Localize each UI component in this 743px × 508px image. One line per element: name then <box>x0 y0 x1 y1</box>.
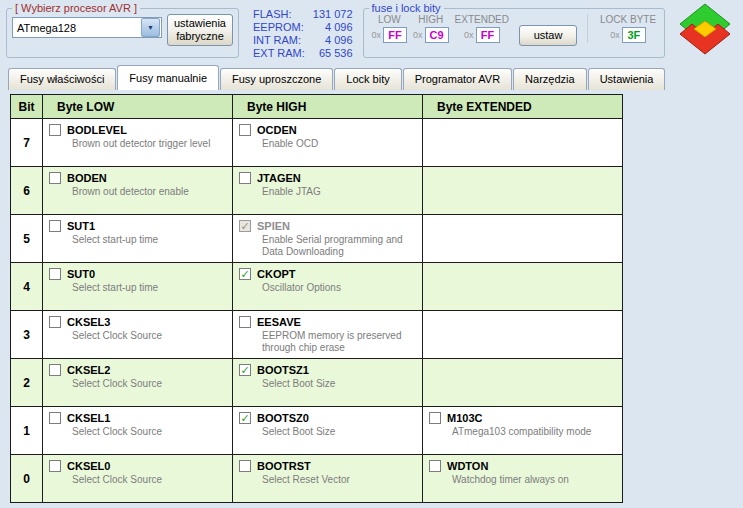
fuse-desc-cksel1: Select Clock Source <box>72 426 226 438</box>
fuse-lock-group-title: fuse i lock bity <box>369 2 444 14</box>
fuse-cell-ckopt: ✓CKOPTOscillator Options <box>233 263 423 311</box>
fuse-desc-boden: Brown out detector enable <box>72 186 226 198</box>
fuse-cell-empty <box>423 263 623 311</box>
fuse-desc-bootsz1: Select Boot Size <box>262 378 416 390</box>
fuse-cell-spien: ✓SPIENEnable Serial programming and Data… <box>233 215 423 263</box>
checkbox-ocden[interactable] <box>239 124 251 136</box>
fuse-cell-bootsz1: ✓BOOTSZ1Select Boot Size <box>233 359 423 407</box>
tab-fusy-manualnie[interactable]: Fusy manualnie <box>117 65 219 90</box>
fuse-label-low: LOW <box>378 14 401 25</box>
tab-fusy-właściwości[interactable]: Fusy właściwości <box>8 68 116 90</box>
toolbar: [ Wybierz procesor AVR ] ATmega128 ▼ ust… <box>0 0 743 62</box>
tab-lock-bity[interactable]: Lock bity <box>334 68 401 90</box>
fuse-table-body: 7BODLEVELBrown out detector trigger leve… <box>11 119 623 503</box>
fuse-name-sut0: SUT0 <box>67 268 95 280</box>
bit-number: 7 <box>11 119 43 167</box>
hex-prefix-low: 0x <box>372 30 382 40</box>
main-content: Bit Byte LOW Byte HIGH Byte EXTENDED 7BO… <box>0 90 743 503</box>
fuse-desc-cksel2: Select Clock Source <box>72 378 226 390</box>
chevron-down-icon[interactable]: ▼ <box>141 18 160 37</box>
fuse-name-cksel1: CKSEL1 <box>67 412 110 424</box>
fuse-row-bit-7: 7BODLEVELBrown out detector trigger leve… <box>11 119 623 167</box>
checkbox-bootsz1[interactable]: ✓ <box>239 364 251 376</box>
processor-combo-value: ATmega128 <box>13 22 140 34</box>
fuse-name-bootrst: BOOTRST <box>257 460 311 472</box>
fuse-cell-bodlevel: BODLEVELBrown out detector trigger level <box>43 119 233 167</box>
factory-settings-button[interactable]: ustawienia fabryczne <box>167 14 233 46</box>
checkbox-cksel0[interactable] <box>49 460 61 472</box>
checkbox-bootrst[interactable] <box>239 460 251 472</box>
fuse-name-eesave: EESAVE <box>257 316 301 328</box>
fuse-row-bit-2: 2CKSEL2Select Clock Source✓BOOTSZ1Select… <box>11 359 623 407</box>
fuse-value-extended[interactable]: FF <box>476 27 500 43</box>
bit-number: 1 <box>11 407 43 455</box>
checkbox-cksel2[interactable] <box>49 364 61 376</box>
header-byte-high: Byte HIGH <box>233 95 423 119</box>
fuse-name-spien: SPIEN <box>257 220 290 232</box>
processor-group: [ Wybierz procesor AVR ] ATmega128 ▼ ust… <box>6 2 239 58</box>
lock-byte-unit: LOCK BYTE 0x 3F <box>587 14 656 43</box>
processor-combo[interactable]: ATmega128 ▼ <box>12 17 162 38</box>
fuse-cell-jtagen: JTAGENEnable JTAG <box>233 167 423 215</box>
checkbox-ckopt[interactable]: ✓ <box>239 268 251 280</box>
fuse-unit-low: LOW0xFF <box>372 14 408 43</box>
fuse-cell-bootsz0: ✓BOOTSZ0Select Boot Size <box>233 407 423 455</box>
fuse-cell-cksel0: CKSEL0Select Clock Source <box>43 455 233 503</box>
bit-number: 2 <box>11 359 43 407</box>
fuse-name-wdton: WDTON <box>447 460 488 472</box>
fuse-value-low[interactable]: FF <box>383 27 407 43</box>
set-fuses-button[interactable]: ustaw <box>519 25 577 46</box>
bit-number: 5 <box>11 215 43 263</box>
checkbox-bodlevel[interactable] <box>49 124 61 136</box>
fuse-desc-spien: Enable Serial programming and Data Downl… <box>262 234 416 258</box>
checkbox-eesave[interactable] <box>239 316 251 328</box>
fuse-desc-eesave: EEPROM memory is preserved through chip … <box>262 330 416 354</box>
fuse-values: LOW0xFFHIGH0xC9EXTENDED0xFF <box>369 14 512 43</box>
fuse-row-bit-3: 3CKSEL3Select Clock SourceEESAVEEEPROM m… <box>11 311 623 359</box>
bit-number: 6 <box>11 167 43 215</box>
checkbox-sut1[interactable] <box>49 220 61 232</box>
fuse-name-bodlevel: BODLEVEL <box>67 124 127 136</box>
memory-label-1: EEPROM: <box>253 21 305 34</box>
fuse-row-bit-1: 1CKSEL1Select Clock Source✓BOOTSZ0Select… <box>11 407 623 455</box>
checkbox-wdton[interactable] <box>429 460 441 472</box>
fuse-name-cksel3: CKSEL3 <box>67 316 110 328</box>
checkbox-sut0[interactable] <box>49 268 61 280</box>
header-byte-extended: Byte EXTENDED <box>423 95 623 119</box>
tab-narzędzia[interactable]: Narzędzia <box>513 68 587 90</box>
fuse-name-cksel2: CKSEL2 <box>67 364 110 376</box>
tab-fusy-uproszczone[interactable]: Fusy uproszczone <box>220 68 333 90</box>
fuse-cell-empty <box>423 119 623 167</box>
bit-number: 3 <box>11 311 43 359</box>
tab-bar: Fusy właściwościFusy manualnieFusy upros… <box>0 62 743 90</box>
checkbox-boden[interactable] <box>49 172 61 184</box>
lock-byte-value[interactable]: 3F <box>622 27 646 43</box>
fuse-value-high[interactable]: C9 <box>425 27 449 43</box>
fuse-lock-group: fuse i lock bity LOW0xFFHIGH0xC9EXTENDED… <box>363 2 666 58</box>
memory-label-0: FLASH: <box>253 8 305 21</box>
fuse-cell-empty <box>423 167 623 215</box>
fuse-cell-empty <box>423 215 623 263</box>
fuse-desc-bodlevel: Brown out detector trigger level <box>72 138 226 150</box>
memory-label-2: INT RAM: <box>253 34 305 47</box>
fuse-desc-wdton: Watchdog timer always on <box>452 474 616 486</box>
processor-group-title: [ Wybierz procesor AVR ] <box>12 2 140 14</box>
header-bit: Bit <box>11 95 43 119</box>
app-logo-icon <box>675 2 735 56</box>
checkbox-cksel3[interactable] <box>49 316 61 328</box>
tab-programator-avr[interactable]: Programator AVR <box>403 68 512 90</box>
hex-prefix-high: 0x <box>413 30 423 40</box>
fuse-unit-extended: EXTENDED0xFF <box>455 14 509 43</box>
fuse-desc-bootsz0: Select Boot Size <box>262 426 416 438</box>
memory-value-2: 4 096 <box>313 34 353 47</box>
fuse-label-extended: EXTENDED <box>455 14 509 25</box>
checkbox-bootsz0[interactable]: ✓ <box>239 412 251 424</box>
fuse-unit-high: HIGH0xC9 <box>413 14 449 43</box>
fuse-table-header-row: Bit Byte LOW Byte HIGH Byte EXTENDED <box>11 95 623 119</box>
fuse-table: Bit Byte LOW Byte HIGH Byte EXTENDED 7BO… <box>10 94 623 503</box>
checkbox-cksel1[interactable] <box>49 412 61 424</box>
checkbox-m103c[interactable] <box>429 412 441 424</box>
tab-ustawienia[interactable]: Ustawienia <box>588 68 666 90</box>
fuse-row-bit-5: 5SUT1Select start-up time✓SPIENEnable Se… <box>11 215 623 263</box>
checkbox-jtagen[interactable] <box>239 172 251 184</box>
